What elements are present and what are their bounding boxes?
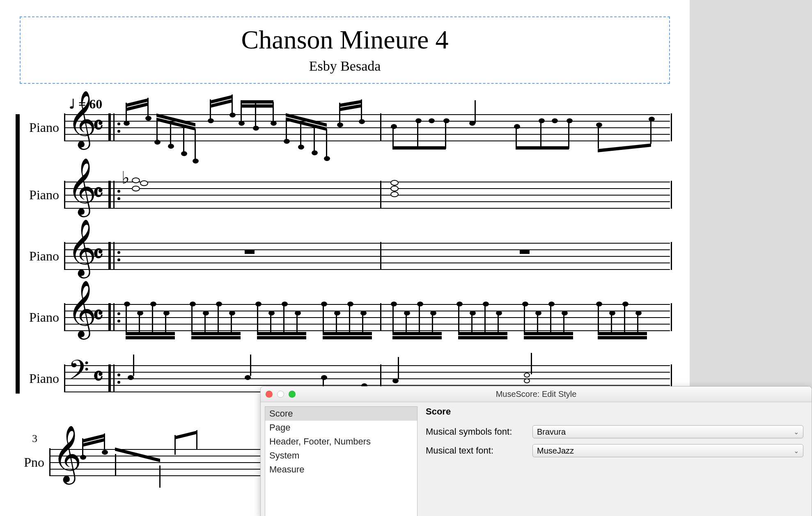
instrument-label-s2[interactable]: Pno: [20, 455, 44, 470]
note-head: [193, 159, 199, 164]
score-composer[interactable]: Esby Besada: [21, 58, 669, 74]
stem: [314, 126, 315, 154]
stem: [445, 122, 446, 149]
whole-note: [132, 186, 140, 191]
barline-start: [64, 113, 65, 141]
beam: [598, 336, 647, 339]
close-button[interactable]: [266, 391, 273, 398]
barline-mid: [380, 242, 381, 270]
system-1[interactable]: Piano 𝄞 𝄴: [20, 114, 670, 392]
dialog-titlebar[interactable]: MuseScore: Edit Style: [261, 387, 812, 402]
note-head: [124, 302, 130, 306]
stem: [296, 314, 298, 335]
whole-note: [390, 186, 399, 191]
note-head: [456, 302, 463, 306]
time-signature: 𝄴: [93, 240, 103, 268]
staff-2[interactable]: 𝄞 𝄴 ♭: [64, 182, 670, 208]
instrument-label-5[interactable]: Piano: [20, 371, 59, 386]
stem: [392, 305, 394, 335]
staff-s2-1[interactable]: 𝄞: [49, 449, 263, 475]
category-item-header-footer[interactable]: Header, Footer, Numbers: [265, 435, 417, 449]
score-title[interactable]: Chanson Mineure 4: [21, 25, 669, 55]
repeat-barline: [108, 181, 111, 209]
category-item-measure[interactable]: Measure: [265, 463, 417, 477]
instrument-label-1[interactable]: Piano: [20, 120, 59, 135]
note-head: [337, 122, 343, 127]
time-signature: 𝄴: [93, 179, 103, 207]
tempo-marking[interactable]: ♩ = 60: [69, 96, 670, 112]
instrument-label-4[interactable]: Piano: [20, 310, 59, 325]
whole-rest-icon: [245, 250, 255, 254]
stem: [650, 120, 651, 144]
note-head: [168, 144, 174, 149]
category-item-page[interactable]: Page: [265, 421, 417, 435]
note-head: [470, 311, 476, 316]
category-list[interactable]: Score Page Header, Footer, Numbers Syste…: [265, 406, 417, 516]
select-value: Bravura: [537, 427, 566, 437]
half-note: [524, 373, 530, 378]
note-head: [359, 119, 365, 124]
note-head: [124, 121, 130, 126]
beam: [126, 336, 175, 339]
stem: [484, 305, 486, 335]
note-head: [514, 124, 520, 129]
repeat-barline: [108, 364, 111, 392]
stem: [283, 305, 284, 335]
stem: [516, 127, 517, 149]
staff-4[interactable]: 𝄞 𝄴: [64, 304, 670, 330]
note-head: [203, 311, 209, 316]
repeat-barline-thin: [113, 364, 115, 392]
minimize-button[interactable]: [277, 391, 284, 398]
symbols-font-select[interactable]: Bravura ⌄: [532, 425, 803, 438]
note-head: [429, 118, 435, 123]
category-item-score[interactable]: Score: [265, 407, 417, 421]
stem: [349, 305, 350, 335]
treble-clef-icon: 𝄞: [67, 284, 96, 334]
note-head: [483, 302, 489, 306]
instrument-label-2[interactable]: Piano: [20, 187, 59, 203]
staff-row-2: Piano 𝄞 𝄴 ♭: [20, 182, 670, 208]
barline-end: [671, 113, 672, 141]
staff-row-4: Piano 𝄞 𝄴: [20, 304, 670, 330]
stem: [498, 314, 499, 335]
category-item-system[interactable]: System: [265, 449, 417, 463]
maximize-button[interactable]: [289, 391, 296, 398]
beam: [323, 336, 372, 339]
title-frame-selection[interactable]: Chanson Mineure 4 Esby Besada: [20, 16, 670, 84]
stem: [419, 305, 420, 335]
text-font-select[interactable]: MuseJazz ⌄: [532, 444, 803, 457]
stem: [362, 314, 363, 335]
stem: [196, 430, 197, 450]
repeat-dot: [117, 251, 120, 254]
stem: [550, 305, 551, 335]
staff-3[interactable]: 𝄞 𝄴: [64, 243, 670, 269]
repeat-dot: [117, 373, 120, 376]
edit-style-dialog[interactable]: MuseScore: Edit Style Score Page Header,…: [260, 386, 812, 516]
system-bracket: [16, 114, 20, 394]
stem: [133, 355, 134, 376]
stem: [406, 314, 407, 335]
barline-start: [64, 364, 65, 392]
whole-note: [390, 180, 399, 186]
stem: [300, 122, 301, 148]
note-head: [622, 302, 628, 306]
beam: [392, 146, 446, 150]
stem: [563, 314, 564, 335]
note-head: [321, 375, 327, 380]
chevron-down-icon: ⌄: [794, 428, 799, 436]
staff-1[interactable]: 𝄞 𝄴: [64, 114, 670, 141]
form-row-symbols-font: Musical symbols font: Bravura ⌄: [426, 425, 803, 438]
note-head: [312, 150, 318, 155]
instrument-label-3[interactable]: Piano: [20, 249, 59, 264]
select-value: MuseJazz: [537, 446, 574, 456]
beam: [598, 143, 651, 152]
stem: [540, 122, 541, 149]
dialog-body: Score Page Header, Footer, Numbers Syste…: [261, 402, 812, 516]
stem: [250, 355, 251, 376]
note-head: [229, 311, 235, 316]
repeat-dot: [117, 130, 120, 133]
note-head: [255, 302, 261, 306]
stem: [273, 102, 274, 123]
treble-clef-icon: 𝄞: [67, 94, 96, 144]
note-head: [417, 302, 423, 306]
